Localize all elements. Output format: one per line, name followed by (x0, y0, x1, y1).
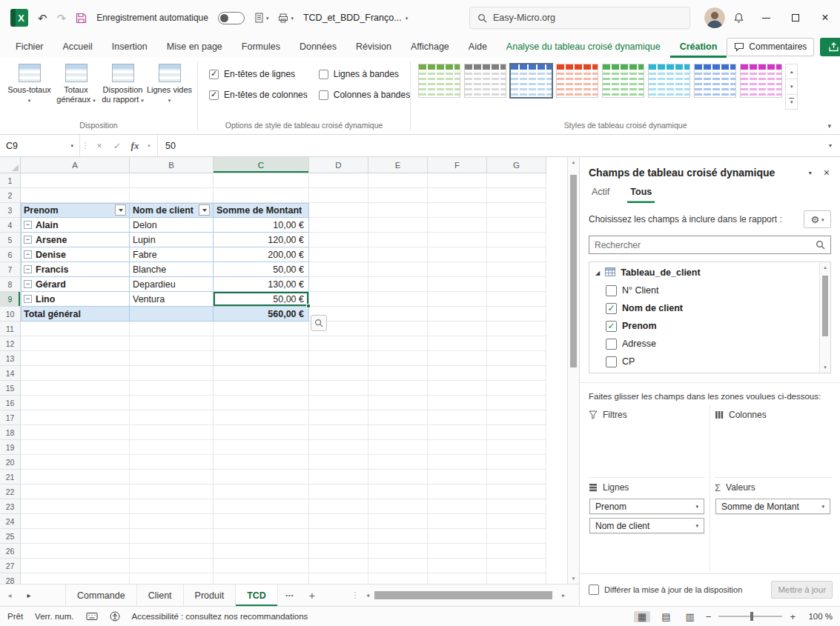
cell-B13[interactable] (130, 351, 214, 366)
fx-dropdown-icon[interactable]: ▾ (144, 135, 154, 156)
ribbon-button-totaux-generaux[interactable]: Totaux généraux ▾ (53, 61, 99, 120)
avatar[interactable] (704, 7, 725, 28)
column-header-F[interactable]: F (428, 157, 487, 173)
zoom-slider-thumb[interactable] (750, 612, 753, 621)
cell-B21[interactable] (130, 470, 214, 485)
cell-D19[interactable] (309, 440, 368, 455)
zoom-out-icon[interactable]: − (706, 611, 712, 622)
cell-F21[interactable] (428, 470, 487, 485)
cell-C5[interactable]: 120,00 € (214, 233, 309, 247)
cell-A26[interactable] (21, 544, 130, 559)
ribbon-tab-creation[interactable]: Création (670, 36, 727, 58)
pivot-area-item-nom-de-client[interactable]: Nom de client▾ (589, 518, 704, 533)
field-n-client[interactable]: N° Client (589, 282, 819, 299)
cell-B11[interactable] (130, 322, 214, 336)
field-prenom[interactable]: Prenom (589, 317, 819, 335)
cell-E25[interactable] (368, 529, 428, 544)
share-button[interactable] (820, 38, 840, 56)
cell-D3[interactable] (309, 203, 368, 218)
cell-C25[interactable] (214, 529, 309, 544)
redo-icon[interactable]: ↷ (57, 13, 67, 24)
cell-E23[interactable] (368, 499, 428, 514)
cell-C18[interactable] (214, 425, 309, 440)
cell-B8[interactable]: Depardieu (130, 277, 214, 292)
collapse-button-gerard[interactable]: − (24, 280, 32, 288)
cell-A25[interactable] (21, 529, 130, 544)
row-header-13[interactable]: 13 (0, 351, 21, 366)
cell-C19[interactable] (214, 440, 309, 455)
collapse-ribbon-icon[interactable]: ▾ (827, 122, 831, 130)
enter-icon[interactable]: ✓ (108, 135, 126, 156)
field-checkbox-prenom[interactable] (606, 321, 617, 332)
en-tetes-de-lignes-checkbox[interactable] (209, 70, 219, 79)
cell-E22[interactable] (368, 485, 428, 499)
cell-F1[interactable] (428, 173, 487, 188)
row-header-5[interactable]: 5 (0, 233, 21, 247)
minimize-button[interactable] (751, 0, 781, 36)
cell-C10[interactable]: 560,00 € (214, 307, 309, 322)
row-header-27[interactable]: 27 (0, 559, 21, 573)
cell-C1[interactable] (214, 173, 309, 188)
ribbon-tab-aide[interactable]: Aide (459, 36, 497, 58)
pivot-style-thumbnail-3[interactable] (510, 64, 552, 98)
cell-F5[interactable] (428, 233, 487, 247)
cell-D16[interactable] (309, 396, 368, 410)
fields-search-input[interactable]: Rechercher (589, 236, 831, 254)
cell-G17[interactable] (487, 410, 546, 425)
cell-A4[interactable]: −Alain (21, 218, 130, 233)
name-box[interactable]: C9 ▾ (0, 135, 80, 156)
search-box[interactable]: Easy-Micro.org (469, 7, 690, 29)
cell-A21[interactable] (21, 470, 130, 485)
zoom-level[interactable]: 100 % (803, 612, 833, 621)
sheet-tab-client[interactable]: Client (137, 585, 184, 606)
cell-D20[interactable] (309, 455, 368, 470)
cell-F13[interactable] (428, 351, 487, 366)
row-header-15[interactable]: 15 (0, 381, 21, 396)
checkbox-lignes-a-bandes[interactable]: Lignes à bandes (319, 69, 410, 79)
cell-B4[interactable]: Delon (130, 218, 214, 233)
comments-button[interactable]: Commentaires (727, 38, 814, 56)
cell-A1[interactable] (21, 173, 130, 188)
cell-D12[interactable] (309, 336, 368, 351)
cell-D26[interactable] (309, 544, 368, 559)
cell-G1[interactable] (487, 173, 546, 188)
cell-F17[interactable] (428, 410, 487, 425)
cell-D4[interactable] (309, 218, 368, 233)
column-header-A[interactable]: A (21, 157, 130, 173)
tabbar-resizer[interactable]: ⋮ (349, 585, 361, 606)
cell-E13[interactable] (368, 351, 428, 366)
cell-A17[interactable] (21, 410, 130, 425)
page-layout-view-icon[interactable]: ▤ (658, 611, 674, 622)
cell-D18[interactable] (309, 425, 368, 440)
cell-G7[interactable] (487, 262, 546, 277)
ribbon-tab-mise-en-page[interactable]: Mise en page (157, 36, 232, 58)
cell-G16[interactable] (487, 396, 546, 410)
scroll-right-icon[interactable]: ▸ (558, 592, 569, 599)
cell-C14[interactable] (214, 366, 309, 381)
horizontal-scroll-thumb[interactable] (374, 591, 552, 599)
sheet-tab-produit[interactable]: Produit (184, 585, 237, 606)
normal-view-icon[interactable]: ▦ (634, 611, 650, 622)
cell-D14[interactable] (309, 366, 368, 381)
cell-B2[interactable] (130, 188, 214, 203)
collapse-button-lino[interactable]: − (24, 295, 32, 303)
collapse-button-denise[interactable]: − (24, 250, 32, 259)
cell-F2[interactable] (428, 188, 487, 203)
vertical-scrollbar[interactable]: ▴ ▾ (567, 157, 579, 584)
chevron-down-icon[interactable]: ▾ (695, 504, 698, 509)
cell-B25[interactable] (130, 529, 214, 544)
collapse-button-arsene[interactable]: − (24, 236, 32, 244)
cell-A19[interactable] (21, 440, 130, 455)
cell-C8[interactable]: 130,00 € (214, 277, 309, 292)
cell-D13[interactable] (309, 351, 368, 366)
cell-A20[interactable] (21, 455, 130, 470)
cell-C11[interactable] (214, 322, 309, 336)
cell-F26[interactable] (428, 544, 487, 559)
excel-logo-icon[interactable]: X (10, 9, 28, 27)
cell-E28[interactable] (368, 573, 428, 584)
cell-A23[interactable] (21, 499, 130, 514)
row-header-6[interactable]: 6 (0, 247, 21, 262)
cell-A8[interactable]: −Gérard (21, 277, 130, 292)
cell-F9[interactable] (428, 292, 487, 307)
accessibility-status[interactable]: Accessibilité : consultez nos recommanda… (132, 612, 308, 621)
